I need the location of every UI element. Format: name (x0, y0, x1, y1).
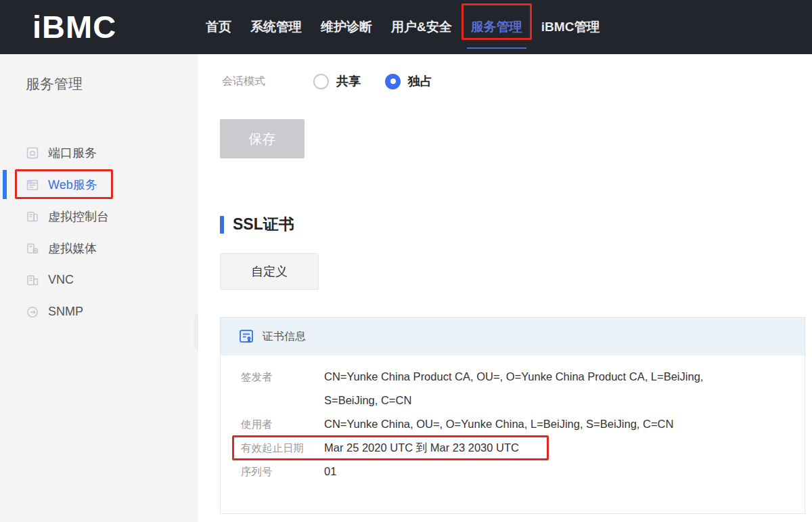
radio-label: 共享 (336, 73, 361, 89)
section-accent-bar (220, 216, 224, 234)
active-item-indicator (3, 170, 7, 199)
sidebar: 服务管理 端口服务 (0, 54, 198, 522)
topbar: iBMC 首页 系统管理 维护诊断 用户&安全 服务管理 iBMC管理 (0, 0, 812, 54)
session-mode-label: 会话模式 (222, 74, 313, 89)
cert-row-issuer: 签发者 CN=Yunke China Product CA, OU=, O=Yu… (241, 365, 805, 412)
cert-row-value: CN=Yunke China Product CA, OU=, O=Yunke … (324, 365, 703, 412)
nav-item-label: 服务管理 (471, 18, 522, 36)
sidebar-menu: 端口服务 Web服务 (0, 137, 198, 328)
sidebar-item-label: Web服务 (48, 177, 97, 193)
sidebar-item-port-service[interactable]: 端口服务 (0, 137, 198, 169)
sidebar-item-virtual-console[interactable]: 虚拟控制台 (0, 200, 198, 232)
cert-row-label: 有效起止日期 (241, 436, 324, 460)
nav-item-home[interactable]: 首页 (196, 0, 241, 54)
nav-item-label: 维护诊断 (321, 18, 372, 36)
cert-row-label: 签发者 (241, 365, 324, 412)
cert-panel-header: 证书信息 (221, 318, 805, 355)
page: iBMC 首页 系统管理 维护诊断 用户&安全 服务管理 iBMC管理 (0, 0, 812, 522)
top-navigation: 首页 系统管理 维护诊断 用户&安全 服务管理 iBMC管理 (196, 0, 609, 54)
cert-row-value: CN=Yunke China, OU=, O=Yunke China, L=Be… (324, 412, 673, 436)
cert-panel-title: 证书信息 (263, 330, 306, 344)
snmp-icon (26, 305, 39, 319)
virtual-media-icon (26, 242, 39, 255)
sidebar-title: 服务管理 (0, 54, 198, 93)
sidebar-item-snmp[interactable]: SNMP (0, 296, 198, 328)
save-button[interactable]: 保存 (220, 119, 304, 158)
radio-circle-icon[interactable] (385, 74, 401, 89)
nav-item-label: 系统管理 (250, 18, 302, 36)
cert-row-label: 使用者 (241, 412, 324, 436)
sidebar-item-web-service[interactable]: Web服务 (0, 169, 198, 200)
port-service-icon (26, 146, 39, 160)
cert-value-line: S=BeiJing, C=CN (324, 389, 703, 412)
cert-row-serial: 序列号 01 (241, 460, 805, 483)
radio-label: 独占 (408, 73, 432, 89)
nav-item-maintenance-diagnosis[interactable]: 维护诊断 (311, 0, 382, 54)
cert-row-value: 01 (324, 460, 336, 483)
main-content: 会话模式 共享 独占 保存 SSL证书 自定义 (198, 54, 812, 522)
session-mode-row: 会话模式 共享 独占 (222, 73, 812, 89)
ssl-section-title: SSL证书 (233, 214, 294, 235)
session-mode-radio-group: 共享 独占 (313, 73, 432, 89)
sidebar-item-vnc[interactable]: VNC (0, 264, 198, 296)
cert-panel-body: 签发者 CN=Yunke China Product CA, OU=, O=Yu… (221, 355, 805, 483)
nav-item-service-management[interactable]: 服务管理 (461, 0, 532, 54)
cert-value-line: CN=Yunke China Product CA, OU=, O=Yunke … (324, 365, 703, 389)
cert-row-validity: 有效起止日期 Mar 25 2020 UTC 到 Mar 23 2030 UTC (241, 436, 805, 460)
sidebar-item-label: 端口服务 (48, 145, 97, 161)
cert-row-label: 序列号 (241, 460, 324, 483)
vnc-icon (26, 274, 39, 287)
ssl-section-header: SSL证书 (220, 214, 812, 235)
sidebar-item-label: 虚拟媒体 (48, 240, 97, 257)
radio-exclusive[interactable]: 独占 (385, 73, 432, 89)
radio-circle-icon[interactable] (313, 74, 329, 89)
virtual-console-icon (26, 210, 39, 223)
brand-logo: iBMC (32, 0, 116, 54)
web-service-icon (26, 178, 39, 192)
nav-item-users-security[interactable]: 用户&安全 (382, 0, 461, 54)
certificate-icon (238, 328, 254, 345)
nav-item-label: 首页 (206, 18, 231, 36)
radio-shared[interactable]: 共享 (313, 73, 361, 89)
sidebar-item-virtual-media[interactable]: 虚拟媒体 (0, 232, 198, 264)
nav-item-ibmc-management[interactable]: iBMC管理 (532, 0, 610, 54)
sidebar-item-label: VNC (48, 273, 74, 287)
nav-item-label: 用户&安全 (391, 18, 452, 36)
nav-item-label: iBMC管理 (541, 18, 600, 36)
nav-item-system-management[interactable]: 系统管理 (241, 0, 311, 54)
cert-row-subject: 使用者 CN=Yunke China, OU=, O=Yunke China, … (241, 412, 805, 436)
custom-button[interactable]: 自定义 (220, 253, 319, 290)
sidebar-item-label: 虚拟控制台 (48, 209, 109, 225)
cert-row-value: Mar 25 2020 UTC 到 Mar 23 2030 UTC (324, 436, 519, 460)
cert-info-panel: 证书信息 签发者 CN=Yunke China Product CA, OU=,… (220, 317, 805, 514)
sidebar-item-label: SNMP (48, 305, 83, 319)
